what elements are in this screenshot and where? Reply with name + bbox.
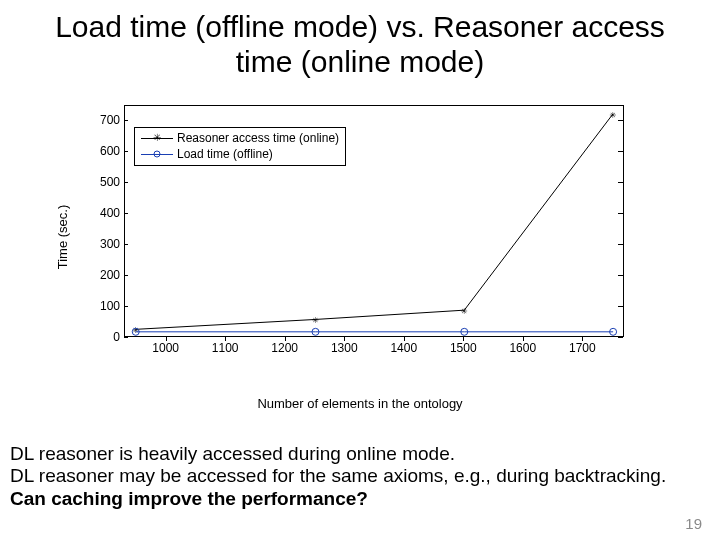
slide-title: Load time (offline mode) vs. Reasoner ac…: [0, 0, 720, 79]
note-line-1: DL reasoner is heavily accessed during o…: [10, 443, 710, 465]
y-tick-label: 300: [100, 237, 120, 251]
svg-text:✳: ✳: [312, 313, 319, 326]
x-tick-label: 1400: [390, 341, 417, 355]
legend-entry-offline: Load time (offline): [141, 146, 339, 162]
x-tick-label: 1200: [271, 341, 298, 355]
x-axis-label: Number of elements in the ontology: [257, 396, 462, 411]
svg-text:✳: ✳: [461, 304, 468, 317]
notes-block: DL reasoner is heavily accessed during o…: [10, 443, 710, 510]
legend-entry-online: ✳ Reasoner access time (online): [141, 130, 339, 146]
x-tick-label: 1000: [152, 341, 179, 355]
y-tick-label: 100: [100, 299, 120, 313]
x-tick-label: 1700: [569, 341, 596, 355]
x-tick-label: 1600: [509, 341, 536, 355]
note-line-2: DL reasoner may be accessed for the same…: [10, 465, 710, 487]
x-tick-label: 1300: [331, 341, 358, 355]
chart-container: Time (sec.) Number of elements in the on…: [80, 97, 640, 377]
y-tick-label: 0: [113, 330, 120, 344]
circle-icon: [141, 148, 173, 160]
y-tick-label: 400: [100, 206, 120, 220]
legend-label: Reasoner access time (online): [177, 131, 339, 145]
svg-text:✳: ✳: [610, 108, 617, 121]
y-tick-label: 200: [100, 268, 120, 282]
y-axis-label: Time (sec.): [55, 205, 70, 270]
x-tick-label: 1500: [450, 341, 477, 355]
x-tick-label: 1100: [212, 341, 239, 355]
legend-label: Load time (offline): [177, 147, 273, 161]
star-icon: ✳: [141, 132, 173, 144]
y-tick-label: 500: [100, 175, 120, 189]
y-tick-label: 700: [100, 113, 120, 127]
page-number: 19: [685, 515, 702, 532]
y-tick-label: 600: [100, 144, 120, 158]
legend: ✳ Reasoner access time (online) Load tim…: [134, 127, 346, 166]
note-line-3: Can caching improve the performance?: [10, 488, 710, 510]
